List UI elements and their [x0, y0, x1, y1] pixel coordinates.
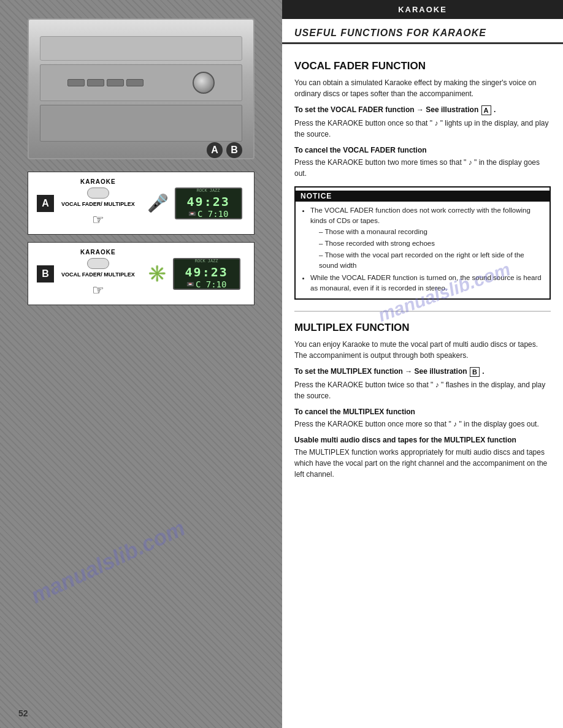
ill-b-vocal-fader-label: VOCAL FADER/ MULTIPLEX	[61, 271, 135, 278]
ill-a-rock-tag: ROCK	[197, 188, 207, 193]
ill-a-display-numbers: 49:23	[187, 194, 230, 209]
notice-box: NOTICE The VOCAL FADER function does not…	[294, 186, 551, 300]
ill-b-display-small-nums: C 7:10	[196, 279, 227, 289]
header-bar: KARAOKE	[282, 0, 563, 19]
notice-text: The VOCAL FADER function does not work c…	[301, 205, 545, 294]
stereo-body	[29, 20, 253, 158]
left-panel: A B A KARAOKE VOCAL FADER/ MULTIPLEX ☞ 🎤…	[0, 0, 282, 728]
ill-b-content: KARAOKE VOCAL FADER/ MULTIPLEX ☞ ✳️ ROCK…	[61, 249, 245, 298]
ill-b-display-numbers: 49:23	[185, 265, 228, 279]
stereo-dial	[193, 72, 215, 94]
stereo-btn-3	[107, 79, 124, 86]
multiplex-cancel-text: Press the KARAOKE button once more so th…	[294, 419, 551, 430]
stereo-middle-section	[40, 64, 242, 101]
multiplex-set-period: .	[482, 367, 484, 376]
ill-b-karaoke-section: KARAOKE VOCAL FADER/ MULTIPLEX ☞	[61, 249, 135, 298]
vocal-fader-set-heading: To set the VOCAL FADER function → See il…	[294, 105, 551, 115]
illustration-box-a: A KARAOKE VOCAL FADER/ MULTIPLEX ☞ 🎤 ROC…	[28, 172, 255, 235]
set-heading-text: To set the VOCAL FADER function → See il…	[294, 105, 478, 114]
notice-sub-2: Those recorded with strong echoes	[319, 238, 545, 249]
ill-a-karaoke-btn	[87, 188, 109, 199]
multiplex-usable-text: The MULTIPLEX function works appropriate…	[294, 447, 551, 480]
multiplex-set-heading: To set the MULTIPLEX function → See illu…	[294, 367, 551, 377]
ill-b-cassette-icon: 📼	[186, 281, 194, 287]
stereo-btn-1	[67, 79, 85, 86]
ill-b-rock-tag: ROCK	[195, 259, 205, 264]
page-number: 52	[18, 708, 28, 718]
stereo-top-section	[40, 36, 242, 61]
hand-pointing-icon-b: ☞	[92, 282, 104, 298]
mic-icon-a: 🎤	[147, 193, 169, 213]
ill-a-display-small-nums: C 7:10	[197, 209, 229, 219]
ill-b-display: ROCK JAZZ 49:23 📼 C 7:10	[173, 258, 240, 290]
ill-a-display: ROCK JAZZ 49:23 📼 C 7:10	[175, 188, 242, 219]
label-b: B	[226, 142, 242, 158]
header-title: KARAOKE	[398, 5, 447, 14]
ill-b-jazz-tag: JAZZ	[208, 259, 218, 264]
stereo-btn-4	[126, 79, 144, 86]
stereo-btn-2	[87, 79, 104, 86]
set-ref-box-a: A	[481, 105, 491, 115]
ill-a-vocal-fader-label: VOCAL FADER/ MULTIPLEX	[61, 201, 135, 207]
stereo-buttons	[67, 79, 144, 86]
set-heading-period: .	[494, 105, 496, 114]
vocal-fader-set-text: Press the KARAOKE button once so that " …	[294, 118, 551, 140]
ill-a-karaoke-text: KARAOKE	[80, 178, 116, 185]
ill-b-display-bottom-row: 📼 C 7:10	[186, 279, 227, 289]
vocal-fader-cancel-text: Press the KARAOKE button two more times …	[294, 157, 551, 179]
ill-a-display-bottom-row: 📼 C 7:10	[188, 209, 229, 219]
notice-bullet-1: The VOCAL FADER function does not work c…	[310, 205, 545, 271]
vocal-fader-title: VOCAL FADER FUNCTION	[294, 60, 551, 72]
ill-a-karaoke-section: KARAOKE VOCAL FADER/ MULTIPLEX ☞	[61, 178, 135, 228]
content-area: VOCAL FADER FUNCTION You can obtain a si…	[282, 44, 563, 480]
watermark: manualslib.com	[27, 515, 189, 609]
set-ref-box-b: B	[470, 367, 480, 377]
section-title-bar: USEFUL FUNCTIONS FOR KARAOKE	[282, 19, 563, 44]
ill-b-karaoke-text: KARAOKE	[80, 249, 116, 256]
ill-a-jazz-tag: JAZZ	[210, 188, 220, 193]
ill-b-display-top-row: ROCK JAZZ	[195, 259, 218, 264]
ab-labels: A B	[207, 142, 242, 151]
ill-label-b: B	[37, 265, 54, 282]
notice-header: NOTICE	[296, 191, 550, 202]
multiplex-title: MULTIPLEX FUNCTION	[294, 322, 551, 334]
stereo-bottom-section	[40, 105, 242, 142]
multiplex-set-text: Press the KARAOKE button twice so that "…	[294, 379, 551, 401]
illustration-box-b: B KARAOKE VOCAL FADER/ MULTIPLEX ☞ ✳️ RO…	[28, 242, 255, 305]
multiplex-cancel-heading: To cancel the MULTIPLEX function	[294, 408, 551, 416]
stereo-device-image: A B	[28, 18, 255, 159]
multiplex-usable-heading: Usable multi audio discs and tapes for t…	[294, 436, 551, 444]
section-divider	[294, 311, 551, 312]
hand-pointing-icon-a: ☞	[92, 212, 104, 228]
multiplex-set-heading-text: To set the MULTIPLEX function → See illu…	[294, 367, 467, 376]
ill-b-karaoke-btn	[87, 258, 109, 269]
ill-a-content: KARAOKE VOCAL FADER/ MULTIPLEX ☞ 🎤 ROCK …	[61, 178, 245, 228]
notice-bullet-2: While the VOCAL FADER function is turned…	[310, 273, 545, 294]
notice-sub-3: Those with the vocal part recorded on th…	[319, 250, 545, 271]
right-panel: KARAOKE USEFUL FUNCTIONS FOR KARAOKE VOC…	[282, 0, 563, 728]
ill-a-display-top-row: ROCK JAZZ	[197, 188, 220, 193]
label-a: A	[207, 142, 223, 158]
notice-sub-1: Those with a monaural recording	[319, 227, 545, 237]
vocal-fader-cancel-heading: To cancel the VOCAL FADER function	[294, 146, 551, 154]
ill-label-a: A	[37, 195, 54, 212]
section-title: USEFUL FUNCTIONS FOR KARAOKE	[294, 28, 486, 38]
mic-flash-icon-b: ✳️	[147, 264, 167, 283]
vocal-fader-intro: You can obtain a simulated Karaoke effec…	[294, 77, 551, 99]
ill-a-cassette-icon: 📼	[188, 210, 196, 217]
multiplex-intro: You can enjoy Karaoke to mute the vocal …	[294, 339, 551, 361]
